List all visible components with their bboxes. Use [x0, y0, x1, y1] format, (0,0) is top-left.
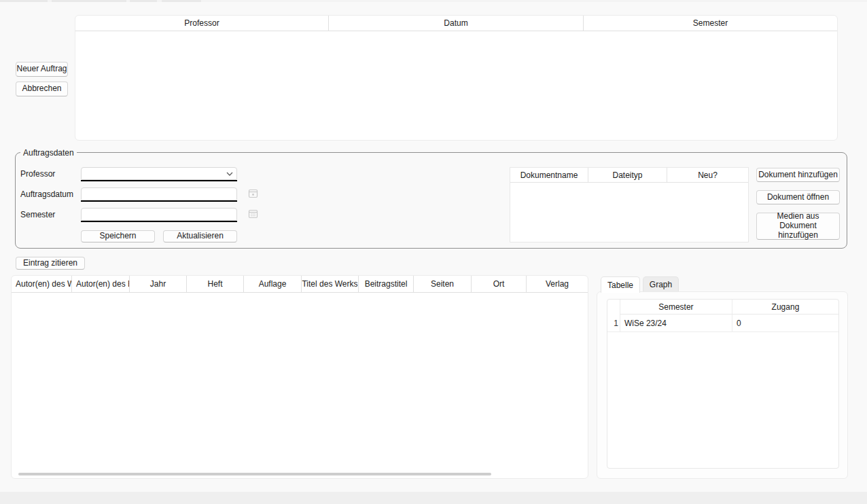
documents-column-new[interactable]: Neu? [667, 168, 748, 182]
bottom-edge-strip [0, 492, 867, 504]
stats-row-index: 1 [607, 314, 620, 331]
semester-input[interactable] [81, 208, 237, 221]
entries-column-pages[interactable]: Seiten [414, 276, 472, 292]
orders-table-body[interactable] [75, 31, 837, 140]
entries-column-work-title[interactable]: Titel des Werks [302, 276, 359, 292]
new-order-button[interactable]: Neuer Auftrag [16, 62, 68, 77]
documents-column-name[interactable]: Dokumentname [510, 168, 588, 182]
top-edge-segment [162, 0, 201, 2]
calendar-icon[interactable] [248, 209, 258, 219]
orders-column-professor[interactable]: Professor [75, 16, 329, 31]
documents-table-body[interactable] [510, 183, 748, 242]
documents-column-filetype[interactable]: Dateityp [588, 168, 667, 182]
entries-column-year[interactable]: Jahr [130, 276, 187, 292]
orders-column-semester[interactable]: Semester [584, 16, 837, 31]
tab-graph[interactable]: Graph [643, 276, 679, 291]
entries-column-contribution-authors[interactable]: Autor(en) des Beitrags [72, 276, 130, 292]
order-date-field-underline [81, 200, 237, 202]
entries-column-issue[interactable]: Heft [187, 276, 244, 292]
stats-column-semester[interactable]: Semester [620, 300, 732, 314]
stats-row-zugang: 0 [732, 314, 838, 331]
tab-tabelle[interactable]: Tabelle [601, 276, 640, 293]
entries-table-header: Autor(en) des Werks Autor(en) des Beitra… [12, 276, 588, 293]
entries-table: Autor(en) des Werks Autor(en) des Beitra… [11, 275, 588, 479]
stats-table-header: Semester Zugang [607, 300, 838, 314]
refresh-button[interactable]: Aktualisieren [163, 230, 237, 242]
documents-table-header: Dokumentname Dateityp Neu? [510, 168, 748, 183]
semester-label: Semester [20, 210, 55, 219]
entries-column-edition[interactable]: Auflage [244, 276, 302, 292]
cite-entry-button[interactable]: Eintrag zitieren [16, 257, 85, 270]
order-data-legend: Auftragsdaten [20, 148, 77, 158]
stats-index-header [607, 300, 620, 314]
cancel-button[interactable]: Abbrechen [16, 82, 68, 96]
add-document-button[interactable]: Dokument hinzufügen [756, 168, 840, 182]
professor-label: Professor [20, 169, 55, 179]
entries-table-body[interactable] [12, 293, 588, 469]
top-edge-segment [130, 0, 157, 2]
orders-column-datum[interactable]: Datum [329, 16, 584, 31]
documents-table: Dokumentname Dateityp Neu? [510, 167, 749, 242]
top-edge-strip [0, 0, 867, 2]
orders-table-header: Professor Datum Semester [75, 16, 837, 31]
stats-row-1[interactable]: 1 WiSe 23/24 0 [607, 314, 838, 332]
orders-table: Professor Datum Semester [75, 15, 838, 141]
stats-table: Semester Zugang 1 WiSe 23/24 0 [607, 299, 839, 469]
professor-field-underline [81, 180, 237, 181]
open-document-button[interactable]: Dokument öffnen [756, 190, 840, 204]
top-edge-segment [52, 0, 126, 2]
semester-field-underline [81, 221, 237, 222]
entries-column-place[interactable]: Ort [472, 276, 527, 292]
chevron-down-icon [226, 170, 234, 178]
calendar-icon[interactable] [248, 188, 258, 198]
entries-column-publisher[interactable]: Verlag [527, 276, 588, 292]
professor-combobox[interactable] [81, 167, 237, 180]
horizontal-scrollbar[interactable] [18, 473, 491, 475]
stats-row-semester: WiSe 23/24 [620, 314, 732, 331]
add-media-from-document-button[interactable]: Medien aus Dokument hinzufügen [756, 213, 840, 240]
entries-column-work-authors[interactable]: Autor(en) des Werks [12, 276, 72, 292]
stats-column-zugang[interactable]: Zugang [732, 300, 838, 314]
top-edge-segment [0, 0, 48, 2]
save-button[interactable]: Speichern [81, 230, 155, 242]
entries-column-contribution-title[interactable]: Beitragstitel [359, 276, 414, 292]
order-date-label: Auftragsdatum [20, 190, 73, 199]
order-date-input[interactable] [81, 187, 237, 200]
